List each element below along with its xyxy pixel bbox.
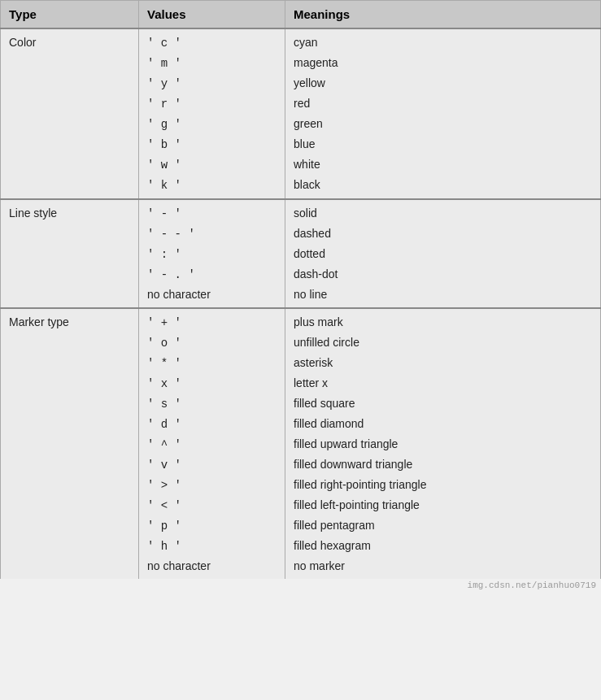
meanings-cell-1-1: dashed — [285, 224, 601, 244]
type-cell-1 — [1, 244, 139, 264]
meanings-cell-1-0: solid — [285, 199, 601, 224]
type-cell-2 — [1, 393, 139, 414]
header-type: Type — [1, 1, 139, 29]
type-cell-2: Marker type — [1, 308, 139, 333]
meanings-cell-1-2: dotted — [285, 244, 601, 264]
meanings-cell-2-9: filled left-pointing triangle — [285, 495, 601, 515]
values-cell-2-5: ' d ' — [139, 414, 285, 434]
type-cell-2 — [1, 414, 139, 434]
header-values: Values — [139, 1, 285, 29]
values-cell-2-4: ' s ' — [139, 393, 285, 414]
values-cell-0-0: ' c ' — [139, 28, 285, 53]
type-cell-2 — [1, 434, 139, 454]
meanings-cell-2-5: filled diamond — [285, 414, 601, 434]
type-cell-0 — [1, 53, 139, 73]
meanings-cell-2-8: filled right-pointing triangle — [285, 475, 601, 495]
values-cell-2-1: ' o ' — [139, 333, 285, 353]
meanings-cell-2-4: filled square — [285, 393, 601, 414]
values-cell-2-2: ' * ' — [139, 353, 285, 373]
meanings-cell-2-3: letter x — [285, 373, 601, 393]
type-cell-0 — [1, 73, 139, 93]
meanings-cell-2-2: asterisk — [285, 353, 601, 373]
type-cell-2 — [1, 373, 139, 393]
type-cell-2 — [1, 475, 139, 495]
meanings-cell-0-6: white — [285, 154, 601, 175]
meanings-cell-1-3: dash-dot — [285, 264, 601, 285]
meanings-cell-0-0: cyan — [285, 28, 601, 53]
values-cell-2-10: ' p ' — [139, 515, 285, 536]
type-cell-1: Line style — [1, 199, 139, 224]
values-cell-0-5: ' b ' — [139, 134, 285, 154]
meanings-cell-0-7: black — [285, 175, 601, 199]
meanings-cell-0-5: blue — [285, 134, 601, 154]
type-cell-0 — [1, 134, 139, 154]
meanings-cell-0-3: red — [285, 93, 601, 114]
type-cell-0 — [1, 93, 139, 114]
meanings-cell-0-4: green — [285, 114, 601, 134]
type-cell-2 — [1, 454, 139, 475]
values-cell-2-3: ' x ' — [139, 373, 285, 393]
type-cell-2 — [1, 556, 139, 579]
type-cell-0 — [1, 175, 139, 199]
meanings-cell-2-6: filled upward triangle — [285, 434, 601, 454]
values-cell-1-2: ' : ' — [139, 244, 285, 264]
meanings-cell-2-7: filled downward triangle — [285, 454, 601, 475]
values-cell-1-1: ' - - ' — [139, 224, 285, 244]
type-cell-0 — [1, 154, 139, 175]
type-cell-2 — [1, 353, 139, 373]
values-cell-2-0: ' + ' — [139, 308, 285, 333]
type-cell-2 — [1, 515, 139, 536]
values-cell-2-12: no character — [139, 556, 285, 579]
values-cell-2-11: ' h ' — [139, 536, 285, 556]
type-cell-1 — [1, 264, 139, 285]
type-cell-2 — [1, 495, 139, 515]
header-meanings: Meanings — [285, 1, 601, 29]
values-cell-0-1: ' m ' — [139, 53, 285, 73]
type-cell-2 — [1, 333, 139, 353]
meanings-cell-2-10: filled pentagram — [285, 515, 601, 536]
values-cell-1-0: ' - ' — [139, 199, 285, 224]
values-cell-2-9: ' < ' — [139, 495, 285, 515]
values-cell-1-4: no character — [139, 285, 285, 308]
values-cell-0-4: ' g ' — [139, 114, 285, 134]
values-cell-0-7: ' k ' — [139, 175, 285, 199]
meanings-cell-1-4: no line — [285, 285, 601, 308]
meanings-cell-2-0: plus mark — [285, 308, 601, 333]
values-cell-2-8: ' > ' — [139, 475, 285, 495]
values-cell-0-3: ' r ' — [139, 93, 285, 114]
meanings-cell-0-1: magenta — [285, 53, 601, 73]
type-cell-1 — [1, 224, 139, 244]
values-cell-2-7: ' v ' — [139, 454, 285, 475]
values-cell-0-6: ' w ' — [139, 154, 285, 175]
type-cell-0 — [1, 114, 139, 134]
values-cell-0-2: ' y ' — [139, 73, 285, 93]
values-cell-2-6: ' ^ ' — [139, 434, 285, 454]
meanings-cell-2-1: unfilled circle — [285, 333, 601, 353]
meanings-cell-2-11: filled hexagram — [285, 536, 601, 556]
meanings-cell-2-12: no marker — [285, 556, 601, 579]
type-cell-1 — [1, 285, 139, 308]
main-table: Type Values Meanings Color' c 'cyan' m '… — [0, 0, 601, 579]
meanings-cell-0-2: yellow — [285, 73, 601, 93]
watermark: img.cdsn.net/pianhuo0719 — [0, 579, 601, 592]
values-cell-1-3: ' - . ' — [139, 264, 285, 285]
type-cell-0: Color — [1, 28, 139, 53]
type-cell-2 — [1, 536, 139, 556]
